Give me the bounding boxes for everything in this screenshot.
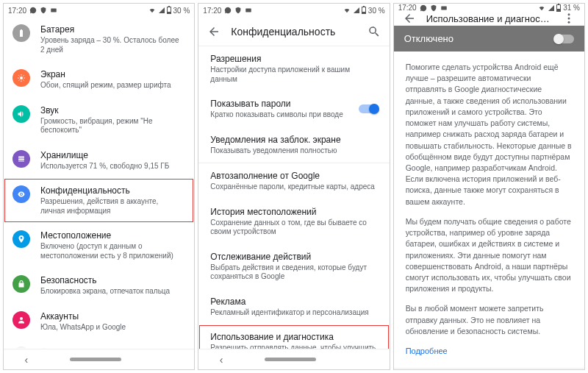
status-bar: 17:20 31 % — [394, 4, 584, 12]
nav-home-pill[interactable] — [70, 358, 121, 361]
item-title: Автозаполнение от Google — [210, 171, 377, 181]
status-banner: Отключено — [394, 26, 584, 51]
settings-item-accounts[interactable]: АккаунтыЮла, WhatsApp и Google — [4, 304, 194, 340]
whatsapp-icon — [224, 7, 232, 14]
privacy-item-usage-diagnostics[interactable]: Использование и диагностика Разрешить от… — [198, 324, 389, 349]
nav-bar: ‹ — [198, 349, 389, 369]
whatsapp-icon — [29, 7, 37, 14]
svg-point-10 — [567, 13, 570, 15]
screen-privacy: 17:20 30 % Конфиденциальность Разрешения… — [198, 3, 390, 370]
item-subtitle: Настройки доступа приложений к вашим дан… — [210, 65, 377, 84]
learn-more-link[interactable]: Подробнее — [406, 347, 448, 355]
privacy-item-location-history[interactable]: История местоположений Сохранение данных… — [198, 199, 389, 244]
nav-back-icon[interactable]: ‹ — [220, 354, 223, 366]
settings-item-sound[interactable]: ЗвукГромкость, вибрация, режим "Не беспо… — [4, 98, 194, 143]
item-title: Показывать пароли — [210, 99, 343, 109]
svg-point-12 — [567, 21, 570, 24]
battery-percent: 31 % — [563, 4, 580, 12]
svg-rect-3 — [18, 158, 24, 160]
status-time: 17:20 — [398, 4, 417, 12]
shield-icon — [430, 4, 437, 12]
nav-back-icon[interactable]: ‹ — [24, 354, 28, 366]
item-subtitle: Используется 71 %, свободно 9,15 ГБ — [40, 162, 184, 171]
settings-list: БатареяУровень заряда – 30 %. Осталось б… — [4, 17, 194, 349]
signal-icon — [159, 7, 165, 13]
item-subtitle: Выбрать действия и сведения, которые буд… — [210, 263, 377, 282]
toggle-switch[interactable] — [555, 35, 574, 43]
status-time: 17:20 — [8, 7, 26, 15]
item-subtitle: Рекламный идентификатор и персонализация — [210, 308, 377, 318]
settings-item-accessibility[interactable]: Спец. возможностиПрограммы чтения с экра… — [4, 339, 194, 349]
card-icon — [245, 7, 252, 14]
settings-item-privacy[interactable]: КонфиденциальностьРазрешения, действия в… — [4, 178, 194, 223]
banner-label: Отключено — [404, 33, 453, 44]
item-title: Аккаунты — [40, 311, 184, 322]
privacy-list: Разрешения Настройки доступа приложений … — [198, 46, 389, 349]
svg-rect-2 — [18, 156, 24, 157]
item-subtitle: Показывать уведомления полностью — [210, 146, 377, 156]
nav-bar: ‹ — [394, 368, 584, 370]
item-title: Экран — [40, 69, 184, 79]
description-body: Помогите сделать устройства Android ещё … — [394, 51, 584, 368]
item-title: Отслеживание действий — [210, 252, 377, 262]
more-icon[interactable] — [562, 12, 576, 25]
item-title: История местоположений — [210, 207, 377, 217]
item-title: Разрешения — [210, 54, 377, 64]
settings-item-storage[interactable]: ХранилищеИспользуется 71 %, свободно 9,1… — [4, 143, 194, 179]
signal-icon — [548, 5, 554, 11]
item-title: Звук — [40, 105, 184, 116]
item-subtitle: Сохранённые пароли, кредитные карты, адр… — [210, 182, 377, 192]
lock-icon — [12, 275, 30, 293]
search-icon[interactable] — [368, 25, 381, 38]
settings-item-location[interactable]: МестоположениеВключено (доступ к данным … — [4, 223, 194, 268]
item-subtitle: Блокировка экрана, отпечаток пальца — [40, 287, 184, 296]
wifi-icon — [148, 7, 157, 14]
item-subtitle: Кратко показывать символы при вводе — [210, 110, 343, 120]
settings-item-display[interactable]: ЭкранОбои, спящий режим, размер шрифта — [4, 62, 194, 98]
shield-icon — [40, 7, 47, 14]
svg-rect-9 — [441, 6, 447, 10]
page-title: Конфиденциальность — [231, 26, 356, 38]
card-icon — [50, 7, 57, 14]
paragraph: Мы будем получать общие сведения о работ… — [406, 216, 573, 295]
nav-back-icon[interactable]: ‹ — [415, 369, 418, 370]
privacy-item-activity[interactable]: Отслеживание действий Выбрать действия и… — [198, 244, 389, 289]
toolbar: Использование и диагнос… — [394, 12, 584, 26]
screen-settings-main: 17:20 30 % БатареяУровень заряда – 30 %.… — [3, 3, 195, 370]
item-title: Конфиденциальность — [40, 185, 184, 196]
battery-icon — [556, 4, 561, 12]
battery-icon — [362, 7, 366, 14]
svg-point-1 — [20, 77, 23, 79]
page-title: Использование и диагнос… — [426, 13, 552, 24]
item-subtitle: Обои, спящий режим, размер шрифта — [40, 81, 184, 90]
battery-percent: 30 % — [368, 7, 385, 15]
item-title: Местоположение — [40, 230, 184, 241]
battery-icon — [12, 24, 30, 42]
storage-icon — [12, 150, 30, 168]
whatsapp-icon — [420, 4, 427, 12]
item-title: Хранилище — [40, 150, 184, 160]
item-title: Безопасность — [40, 275, 184, 285]
settings-item-battery[interactable]: БатареяУровень заряда – 30 %. Осталось б… — [4, 17, 194, 62]
privacy-item-lockscreen-notifs[interactable]: Уведомления на заблок. экране Показывать… — [198, 127, 389, 163]
toggle-switch[interactable] — [359, 104, 378, 113]
privacy-item-ads[interactable]: Реклама Рекламный идентификатор и персон… — [198, 289, 389, 325]
status-bar: 17:20 30 % — [4, 4, 194, 17]
svg-rect-8 — [246, 9, 252, 13]
battery-icon — [167, 7, 171, 14]
back-arrow-icon[interactable] — [207, 25, 220, 38]
paragraph: Помогите сделать устройства Android ещё … — [406, 62, 573, 207]
privacy-item-show-passwords[interactable]: Показывать пароли Кратко показывать симв… — [198, 91, 389, 127]
item-title: Уведомления на заблок. экране — [210, 135, 377, 145]
back-arrow-icon[interactable] — [403, 12, 416, 25]
nav-home-pill[interactable] — [265, 358, 316, 361]
settings-item-security[interactable]: БезопасностьБлокировка экрана, отпечаток… — [4, 268, 194, 304]
status-bar: 17:20 30 % — [198, 4, 389, 17]
item-subtitle: Уровень заряда – 30 %. Осталось более 2 … — [40, 36, 184, 54]
item-subtitle: Сохранение данных о том, где вы бываете … — [210, 219, 377, 237]
battery-percent: 30 % — [173, 7, 190, 15]
wifi-icon — [537, 4, 546, 12]
privacy-item-permissions[interactable]: Разрешения Настройки доступа приложений … — [198, 46, 389, 91]
brightness-icon — [12, 69, 30, 87]
privacy-item-autofill[interactable]: Автозаполнение от Google Сохранённые пар… — [198, 163, 389, 199]
